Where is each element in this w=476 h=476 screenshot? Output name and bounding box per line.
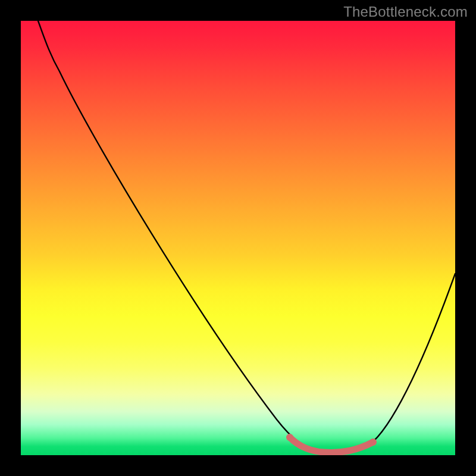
highlight-segment	[290, 437, 373, 452]
plot-area	[21, 21, 455, 455]
curve-layer	[21, 21, 455, 455]
watermark-text: TheBottleneck.com	[343, 4, 468, 20]
chart-frame: TheBottleneck.com	[0, 0, 476, 476]
highlight-end-right	[369, 439, 377, 446]
bottleneck-curve	[38, 21, 455, 452]
highlight-end-left	[286, 434, 293, 441]
